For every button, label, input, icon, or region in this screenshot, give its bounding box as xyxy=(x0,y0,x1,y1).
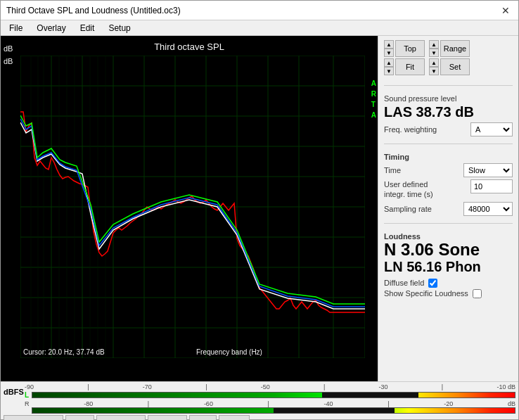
bottom-ticks: R -80 | -60 | -40 | -20 dB xyxy=(25,400,515,407)
close-button[interactable]: ✕ xyxy=(499,4,513,18)
db-label: dB xyxy=(4,57,13,65)
spl-section-label: Sound pressure level xyxy=(384,94,513,103)
ln-value: LN 56.16 Phon xyxy=(384,259,513,274)
pink-noise-button[interactable]: Pink Noise xyxy=(96,415,146,420)
time-row: Time Slow Fast xyxy=(384,163,513,177)
show-specific-row: Show Specific Loudness xyxy=(384,289,513,298)
user-defined-row: User definedintegr. time (s) xyxy=(384,179,513,200)
bottom-bar: dBFS -90 | -70 | -50 | -30 | -10 dB L xyxy=(1,381,518,419)
show-specific-label: Show Specific Loudness xyxy=(384,289,468,298)
buttons-row: Record/Reset Stop Pink Noise Overlay B/W… xyxy=(4,414,515,420)
top-down-button[interactable]: ▼ xyxy=(384,49,394,57)
right-panel: ▲ ▼ Top ▲ ▼ Fit xyxy=(378,36,518,381)
title-bar: Third Octave SPL and Loudness (Untitled.… xyxy=(1,1,518,20)
freq-weighting-label: Freq. weighting xyxy=(384,125,437,134)
sampling-rate-select[interactable]: 48000 44100 xyxy=(463,202,513,216)
time-label: Time xyxy=(384,166,401,174)
copy-button[interactable]: Copy xyxy=(219,415,250,420)
top-button[interactable]: Top xyxy=(395,40,425,57)
top-fit-group: ▲ ▼ Top ▲ ▼ Fit xyxy=(384,40,425,75)
menu-edit[interactable]: Edit xyxy=(77,23,98,34)
user-defined-input[interactable] xyxy=(470,179,513,193)
loudness-section: Loudness N 3.06 Sone LN 56.16 Phon Diffu… xyxy=(384,229,513,300)
l-meter-bar xyxy=(32,392,515,398)
user-defined-label: User definedintegr. time (s) xyxy=(384,179,447,200)
meter-area: dBFS -90 | -70 | -50 | -30 | -10 dB L xyxy=(4,383,515,414)
timing-section: Timing Time Slow Fast User definedintegr… xyxy=(384,150,513,217)
range-down-button[interactable]: ▼ xyxy=(429,49,439,57)
overlay-button[interactable]: Overlay xyxy=(148,415,187,420)
bw-button[interactable]: B/W xyxy=(189,415,217,420)
l-meter-empty xyxy=(322,393,418,397)
record-reset-button[interactable]: Record/Reset xyxy=(4,415,63,420)
window-title: Third Octave SPL and Loudness (Untitled.… xyxy=(6,6,181,15)
divider-1 xyxy=(384,85,513,86)
fit-spinners: ▲ ▼ xyxy=(384,58,394,75)
dbfs-label: dBFS xyxy=(4,388,23,396)
freq-weighting-select[interactable]: A C Z xyxy=(470,122,513,136)
range-spinners: ▲ ▼ xyxy=(429,40,439,57)
meter-rows-container: -90 | -70 | -50 | -30 | -10 dB L xyxy=(25,383,515,414)
diffuse-field-checkbox[interactable] xyxy=(428,279,437,288)
sampling-rate-label: Sampling rate xyxy=(384,205,432,213)
timing-label: Timing xyxy=(384,153,513,161)
diffuse-field-row: Diffuse field xyxy=(384,279,513,288)
svg-text:Frequency band (Hz): Frequency band (Hz) xyxy=(196,348,262,356)
fit-row: ▲ ▼ Fit xyxy=(384,58,425,75)
loudness-section-label: Loudness xyxy=(384,232,513,241)
l-channel-row: L xyxy=(25,391,515,399)
divider-2 xyxy=(384,144,513,144)
fit-up-button[interactable]: ▲ xyxy=(384,58,394,67)
r-meter-bar xyxy=(32,407,515,414)
range-button[interactable]: Range xyxy=(440,40,470,57)
set-up-button[interactable]: ▲ xyxy=(429,58,439,67)
arta-label: ARTA xyxy=(371,78,376,120)
main-content: Third octave SPL dB ARTA xyxy=(1,36,518,381)
r-meter-empty xyxy=(274,408,395,413)
range-set-group: ▲ ▼ Range ▲ ▼ Set xyxy=(429,40,470,75)
y-axis-label: dB xyxy=(4,44,13,53)
loudness-checks: Diffuse field Show Specific Loudness xyxy=(384,279,513,298)
top-up-button[interactable]: ▲ xyxy=(384,40,394,49)
top-controls: ▲ ▼ Top ▲ ▼ Fit xyxy=(384,40,513,75)
n-value: N 3.06 Sone xyxy=(384,241,513,259)
top-row: ▲ ▼ Top xyxy=(384,40,425,57)
top-spinners: ▲ ▼ xyxy=(384,40,394,57)
menu-file[interactable]: File xyxy=(6,23,25,34)
range-up-button[interactable]: ▲ xyxy=(429,40,439,49)
chart-svg: 50.0 45 40 35 30 25 20 15 10 5.0 16 32 6… xyxy=(20,56,365,358)
menu-setup[interactable]: Setup xyxy=(105,23,133,34)
main-window: Third Octave SPL and Loudness (Untitled.… xyxy=(0,0,519,420)
menu-overlay[interactable]: Overlay xyxy=(34,23,68,34)
divider-3 xyxy=(384,223,513,224)
set-row: ▲ ▼ Set xyxy=(429,58,470,75)
time-select[interactable]: Slow Fast xyxy=(463,163,513,177)
diffuse-field-label: Diffuse field xyxy=(384,279,424,287)
freq-weighting-row: Freq. weighting A C Z xyxy=(384,122,513,136)
fit-button[interactable]: Fit xyxy=(395,58,425,75)
spl-section: Sound pressure level LAS 38.73 dB Freq. … xyxy=(384,91,513,138)
l-label: L xyxy=(25,391,30,399)
chart-area: Third octave SPL dB ARTA xyxy=(1,36,378,381)
stop-button[interactable]: Stop xyxy=(65,415,94,420)
show-specific-checkbox[interactable] xyxy=(473,289,482,298)
r-channel-row xyxy=(25,407,515,414)
top-ticks: -90 | -70 | -50 | -30 | -10 dB xyxy=(25,383,515,390)
menu-bar: File Overlay Edit Setup xyxy=(1,20,518,36)
spl-value: LAS 38.73 dB xyxy=(384,104,513,120)
range-row: ▲ ▼ Range xyxy=(429,40,470,57)
set-down-button[interactable]: ▼ xyxy=(429,67,439,75)
set-spinners: ▲ ▼ xyxy=(429,58,439,75)
svg-text:Cursor:  20.0 Hz, 37.74 dB: Cursor: 20.0 Hz, 37.74 dB xyxy=(23,348,105,356)
fit-down-button[interactable]: ▼ xyxy=(384,67,394,75)
set-button[interactable]: Set xyxy=(440,58,470,75)
chart-title: Third octave SPL xyxy=(1,39,378,53)
sampling-rate-row: Sampling rate 48000 44100 xyxy=(384,202,513,216)
